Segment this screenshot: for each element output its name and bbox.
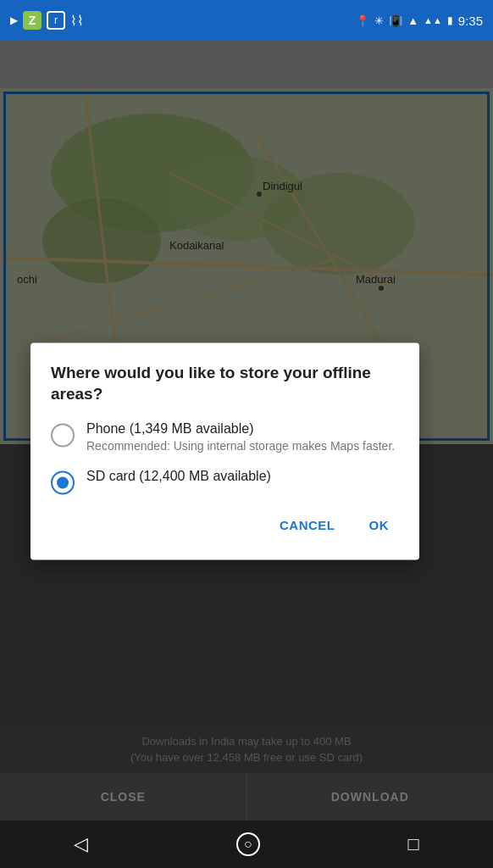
z-app-icon: Z xyxy=(23,11,42,30)
phone-option[interactable]: Phone (1,349 MB available) Recommended: … xyxy=(51,422,399,456)
page-wrapper: ▶ Z r ⌇⌇ 📍 ✳ 📳 ▲ ▲▲ ▮ 9:35 Download this… xyxy=(0,0,493,868)
ok-button[interactable]: OK xyxy=(359,511,400,539)
home-nav-icon[interactable]: ○ xyxy=(236,832,260,856)
dialog-wrapper: Where would you like to store your offli… xyxy=(30,342,463,559)
signal-icon: ▲▲ xyxy=(424,15,442,25)
phone-option-sublabel: Recommended: Using internal storage make… xyxy=(86,439,395,456)
sdcard-text-group: SD card (12,400 MB available) xyxy=(86,469,271,484)
wifi-icon: ▲ xyxy=(407,14,418,27)
status-bar-left: ▶ Z r ⌇⌇ xyxy=(10,11,84,30)
dialog-title: Where would you like to store your offli… xyxy=(51,363,399,404)
dialog-box: Where would you like to store your offli… xyxy=(30,342,419,559)
battery-icon: ▮ xyxy=(447,14,453,26)
vibrate-icon: 📳 xyxy=(389,14,402,27)
sdcard-radio-circle[interactable] xyxy=(51,470,75,494)
recent-nav-icon[interactable]: □ xyxy=(407,833,418,855)
phone-radio-circle[interactable] xyxy=(51,424,75,448)
back-nav-icon[interactable]: ◁ xyxy=(74,833,88,855)
bluetooth-icon: ✳ xyxy=(374,14,384,27)
location-icon: 📍 xyxy=(356,14,369,27)
status-bar: ▶ Z r ⌇⌇ 📍 ✳ 📳 ▲ ▲▲ ▮ 9:35 xyxy=(0,0,493,41)
nav-bar: ◁ ○ □ xyxy=(0,821,493,868)
cancel-button[interactable]: CANCEL xyxy=(269,511,346,539)
status-bar-right: 📍 ✳ 📳 ▲ ▲▲ ▮ 9:35 xyxy=(356,14,483,28)
dialog-actions: CANCEL OK xyxy=(51,511,399,539)
play-icon: ▶ xyxy=(10,14,18,26)
sdcard-option[interactable]: SD card (12,400 MB available) xyxy=(51,469,399,494)
voicemail-icon: ⌇⌇ xyxy=(70,13,84,29)
phone-text-group: Phone (1,349 MB available) Recommended: … xyxy=(86,422,395,456)
status-time: 9:35 xyxy=(458,14,483,28)
r-app-icon: r xyxy=(47,11,65,30)
phone-option-label: Phone (1,349 MB available) xyxy=(86,422,395,437)
sdcard-option-label: SD card (12,400 MB available) xyxy=(86,469,271,484)
